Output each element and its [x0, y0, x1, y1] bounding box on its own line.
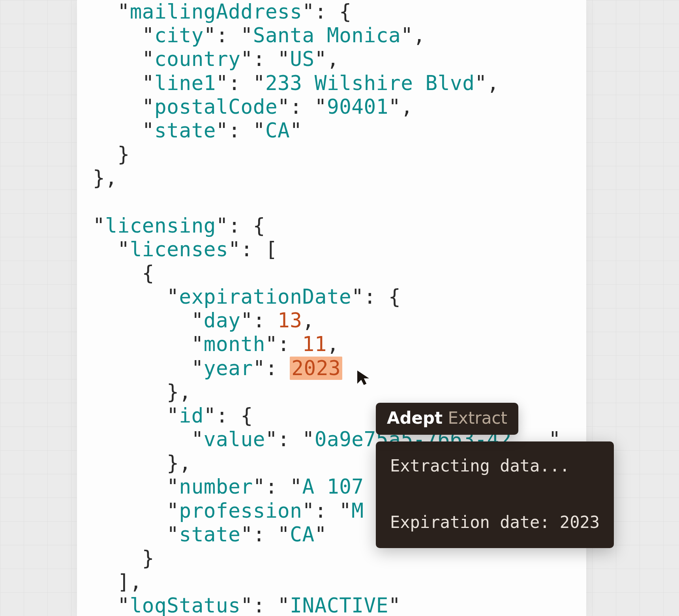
key-loqStatus: loqStatus — [130, 594, 241, 616]
key-country: country — [154, 47, 240, 71]
val-number: A 107 — [302, 475, 364, 498]
key-profession: profession — [179, 499, 302, 522]
key-mailingAddress: mailingAddress — [130, 0, 302, 23]
val-postalCode: 90401 — [327, 95, 388, 118]
val-city: Santa Monica — [253, 24, 401, 47]
val-month: 11 — [302, 332, 327, 356]
val-line1: 233 Wilshire Blvd — [265, 71, 475, 95]
val-year-highlighted[interactable]: 2023 — [290, 357, 342, 380]
tooltip-body: Extracting data... Expiration date: 2023 — [376, 441, 614, 548]
tooltip-brand: Adept — [387, 408, 443, 428]
key-year: year — [204, 357, 253, 380]
key-state: state — [154, 119, 216, 142]
tooltip-status-line: Extracting data... — [390, 452, 600, 480]
val-state: CA — [265, 119, 290, 142]
tooltip-result-line: Expiration date: 2023 — [390, 508, 600, 536]
val-profession: M — [351, 499, 364, 522]
val-license-state: CA — [290, 523, 314, 546]
tooltip-mode: Extract — [448, 408, 507, 428]
key-day: day — [204, 309, 241, 332]
tooltip-header: Adept Extract — [376, 403, 518, 435]
key-month: month — [204, 332, 265, 356]
key-licenses: licenses — [130, 238, 229, 261]
key-city: city — [154, 24, 204, 47]
key-id: id — [179, 404, 203, 427]
key-number: number — [179, 475, 253, 498]
key-id-value: value — [204, 428, 265, 451]
key-expirationDate: expirationDate — [179, 285, 351, 308]
key-license-state: state — [179, 523, 240, 546]
key-postalCode: postalCode — [154, 95, 278, 118]
val-loqStatus: INACTIVE — [290, 594, 388, 616]
key-line1: line1 — [154, 71, 216, 95]
val-day: 13 — [278, 309, 302, 332]
key-licensing: licensing — [105, 214, 216, 237]
val-country: US — [290, 47, 314, 71]
